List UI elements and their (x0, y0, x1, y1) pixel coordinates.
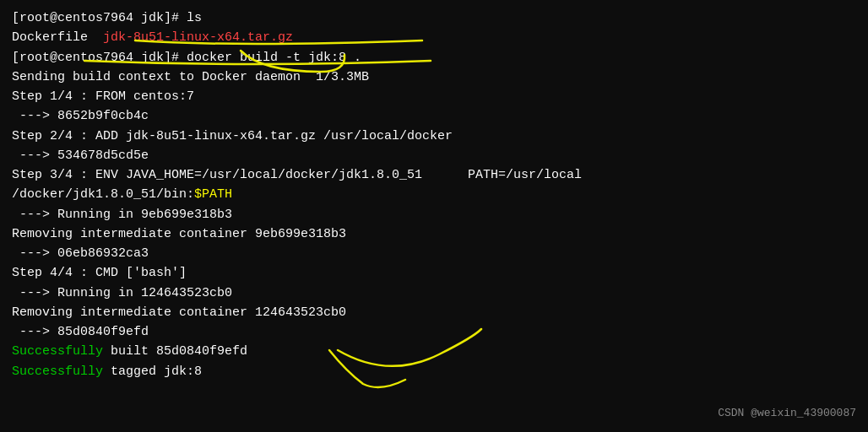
terminal-line-6: ---> 8652b9f0cb4c (12, 106, 856, 126)
terminal-line-17: ---> 85d0840f9efd (12, 322, 856, 342)
terminal-line-10: /docker/jdk1.8.0_51/bin:$PATH (12, 185, 856, 204)
terminal-line-2: Dockerfile jdk-8u51-linux-x64.tar.gz (12, 28, 856, 47)
terminal-line-11: ---> Running in 9eb699e318b3 (12, 205, 856, 224)
watermark: CSDN @weixin_43900087 (718, 405, 856, 422)
terminal-line-4: Sending build context to Docker daemon 1… (12, 68, 856, 87)
terminal-line-13: ---> 06eb86932ca3 (12, 244, 856, 263)
terminal-line-8: ---> 534678d5cd5e (12, 146, 856, 165)
terminal-line-18: Successfully built 85d0840f9efd (12, 342, 856, 361)
terminal-line-7: Step 2/4 : ADD jdk-8u51-linux-x64.tar.gz… (12, 127, 856, 146)
terminal-line-9: Step 3/4 : ENV JAVA_HOME=/usr/local/dock… (12, 165, 856, 185)
terminal-line-12: Removing intermediate container 9eb699e3… (12, 224, 856, 244)
terminal-window: [root@centos7964 jdk]# ls Dockerfile jdk… (0, 0, 868, 432)
terminal-line-14: Step 4/4 : CMD ['bash'] (12, 263, 856, 283)
terminal-line-16: Removing intermediate container 12464352… (12, 303, 856, 322)
terminal-line-1: [root@centos7964 jdk]# ls (12, 8, 856, 28)
terminal-line-15: ---> Running in 124643523cb0 (12, 284, 856, 303)
terminal-line-19: Successfully tagged jdk:8 (12, 362, 856, 381)
terminal-line-3: [root@centos7964 jdk]# docker build -t j… (12, 48, 856, 68)
terminal-line-5: Step 1/4 : FROM centos:7 (12, 87, 856, 106)
